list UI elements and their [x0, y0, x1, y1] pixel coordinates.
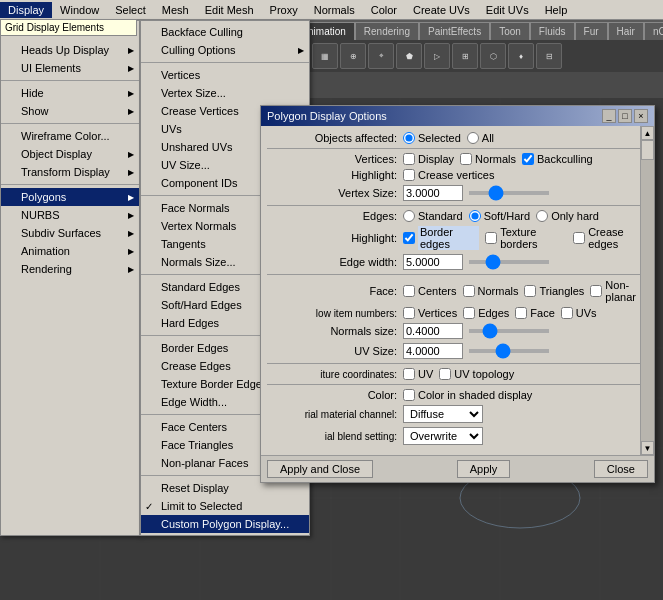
dialog-minimize-btn[interactable]: _	[602, 109, 616, 123]
edge-onlyhard-label[interactable]: Only hard	[536, 210, 599, 222]
menu-item-object-display[interactable]: Object Display	[1, 145, 139, 163]
shelf-tab-ncloth[interactable]: nCloth	[644, 22, 663, 40]
menu-display[interactable]: Display	[0, 2, 52, 18]
radio-all[interactable]	[467, 132, 479, 144]
lin-vertices-label[interactable]: Vertices	[403, 307, 457, 319]
shelf-icon-15[interactable]: ⬟	[396, 43, 422, 69]
dialog-scrollbar[interactable]: ▲ ▼	[640, 126, 654, 455]
vertices-backculling-label[interactable]: Backculling	[522, 153, 593, 165]
color-shaded-check[interactable]	[403, 389, 415, 401]
shelf-icon-16[interactable]: ▷	[424, 43, 450, 69]
shelf-icon-14[interactable]: ⌖	[368, 43, 394, 69]
vertex-size-input[interactable]	[403, 185, 463, 201]
menu-item-animation[interactable]: Animation	[1, 242, 139, 260]
menu-edit-mesh[interactable]: Edit Mesh	[197, 2, 262, 18]
menu-item-rendering[interactable]: Rendering	[1, 260, 139, 278]
vertices-display-label[interactable]: Display	[403, 153, 454, 165]
apply-btn[interactable]: Apply	[457, 460, 511, 478]
texture-borders-label[interactable]: Texture borders	[485, 226, 567, 250]
crease-edges-label[interactable]: Crease edges	[573, 226, 648, 250]
menu-window[interactable]: Window	[52, 2, 107, 18]
poly-limit-to-selected[interactable]: Limit to Selected	[141, 497, 309, 515]
shelf-tab-rendering[interactable]: Rendering	[355, 22, 419, 40]
radio-selected[interactable]	[403, 132, 415, 144]
edge-width-input[interactable]	[403, 254, 463, 270]
menu-item-ui-elements[interactable]: UI Elements	[1, 59, 139, 77]
menu-item-hide[interactable]: Hide	[1, 84, 139, 102]
shelf-icon-13[interactable]: ⊕	[340, 43, 366, 69]
poly-backface-culling[interactable]: Backface Culling	[141, 23, 309, 41]
lin-edges-check[interactable]	[463, 307, 475, 319]
tc-uv-label[interactable]: UV	[403, 368, 433, 380]
dialog-close-btn[interactable]: ×	[634, 109, 648, 123]
shelf-icon-17[interactable]: ⊞	[452, 43, 478, 69]
radio-all-label[interactable]: All	[467, 132, 494, 144]
poly-vertex-size[interactable]: Vertex Size...	[141, 84, 309, 102]
dialog-maximize-btn[interactable]: □	[618, 109, 632, 123]
shelf-icon-19[interactable]: ♦	[508, 43, 534, 69]
scroll-down-btn[interactable]: ▼	[641, 441, 654, 455]
menu-create-uvs[interactable]: Create UVs	[405, 2, 478, 18]
menu-item-subdiv[interactable]: Subdiv Surfaces	[1, 224, 139, 242]
edge-width-slider[interactable]	[469, 260, 549, 264]
lin-face-label[interactable]: Face	[515, 307, 554, 319]
shelf-tab-hair[interactable]: Hair	[608, 22, 644, 40]
face-normals-check[interactable]	[463, 285, 475, 297]
vertices-normals-check[interactable]	[460, 153, 472, 165]
edge-standard-label[interactable]: Standard	[403, 210, 463, 222]
normals-size-input[interactable]	[403, 323, 463, 339]
vertices-display-check[interactable]	[403, 153, 415, 165]
poly-custom-polygon-display[interactable]: Custom Polygon Display...	[141, 515, 309, 533]
face-centers-check[interactable]	[403, 285, 415, 297]
edge-softhard-radio[interactable]	[469, 210, 481, 222]
menu-mesh[interactable]: Mesh	[154, 2, 197, 18]
shelf-icon-18[interactable]: ⬡	[480, 43, 506, 69]
menu-color[interactable]: Color	[363, 2, 405, 18]
shelf-icon-20[interactable]: ⊟	[536, 43, 562, 69]
face-triangles-label[interactable]: Triangles	[524, 285, 584, 297]
shelf-tab-fluids[interactable]: Fluids	[530, 22, 575, 40]
menu-edit-uvs[interactable]: Edit UVs	[478, 2, 537, 18]
radio-selected-label[interactable]: Selected	[403, 132, 461, 144]
tc-uv-topology-label[interactable]: UV topology	[439, 368, 514, 380]
scroll-thumb[interactable]	[641, 140, 654, 160]
vertices-backculling-check[interactable]	[522, 153, 534, 165]
shelf-tab-fur[interactable]: Fur	[575, 22, 608, 40]
crease-edges-check[interactable]	[573, 232, 585, 244]
shelf-tab-painteffects[interactable]: PaintEffects	[419, 22, 490, 40]
tc-uv-topology-check[interactable]	[439, 368, 451, 380]
menu-item-nurbs[interactable]: NURBS	[1, 206, 139, 224]
border-edges-label[interactable]: Border edges	[403, 226, 479, 250]
lin-uvs-label[interactable]: UVs	[561, 307, 597, 319]
crease-vertices-check[interactable]	[403, 169, 415, 181]
scroll-track[interactable]	[641, 140, 654, 441]
shelf-icon-12[interactable]: ▦	[312, 43, 338, 69]
uv-size-input[interactable]	[403, 343, 463, 359]
menu-help[interactable]: Help	[537, 2, 576, 18]
menu-normals[interactable]: Normals	[306, 2, 363, 18]
color-shaded-label[interactable]: Color in shaded display	[403, 389, 532, 401]
crease-vertices-label[interactable]: Crease vertices	[403, 169, 494, 181]
normals-size-slider[interactable]	[469, 329, 549, 333]
blend-setting-select[interactable]: Overwrite Multiply Add	[403, 427, 483, 445]
menu-item-heads-up[interactable]: Heads Up Display	[1, 41, 139, 59]
close-btn[interactable]: Close	[594, 460, 648, 478]
edge-sofhard-label[interactable]: Soft/Hard	[469, 210, 530, 222]
material-channel-select[interactable]: Diffuse Ambient Specular	[403, 405, 483, 423]
poly-vertices[interactable]: Vertices	[141, 66, 309, 84]
lin-uvs-check[interactable]	[561, 307, 573, 319]
vertex-size-slider[interactable]	[469, 191, 549, 195]
lin-edges-label[interactable]: Edges	[463, 307, 509, 319]
face-normals-label[interactable]: Normals	[463, 285, 519, 297]
menu-item-show[interactable]: Show	[1, 102, 139, 120]
face-triangles-check[interactable]	[524, 285, 536, 297]
border-edges-check[interactable]	[403, 232, 415, 244]
tc-uv-check[interactable]	[403, 368, 415, 380]
lin-vertices-check[interactable]	[403, 307, 415, 319]
poly-culling-options[interactable]: Culling Options	[141, 41, 309, 59]
menu-proxy[interactable]: Proxy	[262, 2, 306, 18]
scroll-up-btn[interactable]: ▲	[641, 126, 654, 140]
menu-item-wireframe-color[interactable]: Wireframe Color...	[1, 127, 139, 145]
edge-onlyhard-radio[interactable]	[536, 210, 548, 222]
face-centers-label[interactable]: Centers	[403, 285, 457, 297]
